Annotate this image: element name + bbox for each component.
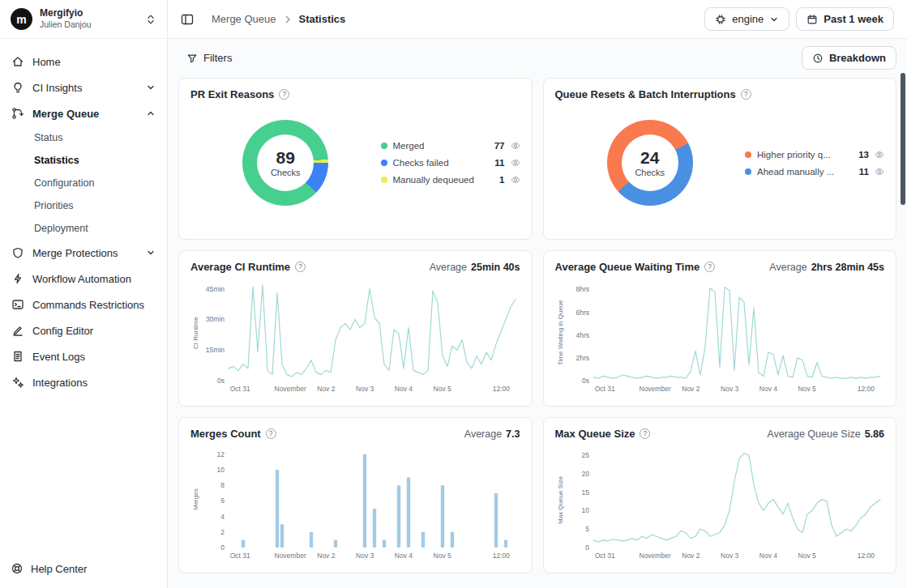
max-queue-size-chart[interactable]: 0510152025Oct 31NovemberNov 2Nov 3Nov 4N… xyxy=(566,443,885,560)
visibility-icon[interactable] xyxy=(511,175,520,185)
sidebar-item-status[interactable]: Status xyxy=(0,126,167,149)
sidebar-item-priorities[interactable]: Priorities xyxy=(0,194,167,217)
help-icon[interactable]: ? xyxy=(279,89,289,100)
svg-text:Nov 5: Nov 5 xyxy=(798,385,815,393)
scrollbar-thumb[interactable] xyxy=(901,73,905,205)
svg-text:Nov 5: Nov 5 xyxy=(434,385,451,393)
sidebar-item-merge-queue[interactable]: Merge Queue xyxy=(0,100,167,126)
help-center-link[interactable]: Help Center xyxy=(11,562,87,575)
legend-item-higher-priority[interactable]: Higher priority q... 13 xyxy=(745,150,884,160)
svg-text:Oct 31: Oct 31 xyxy=(230,385,250,393)
visibility-icon[interactable] xyxy=(875,150,884,160)
legend-value: 77 xyxy=(494,141,505,151)
svg-text:0s: 0s xyxy=(217,377,225,385)
chevron-down-icon xyxy=(769,15,779,24)
donut-unit: Checks xyxy=(635,168,665,177)
visibility-icon[interactable] xyxy=(875,167,884,177)
card-title: Average CI Runtime xyxy=(190,261,290,273)
donut-total: 89 xyxy=(276,148,295,167)
sidebar-item-label: Status xyxy=(34,132,62,143)
queue-resets-donut-chart[interactable]: 24 Checks xyxy=(607,120,693,206)
sidebar-item-commands-restrictions[interactable]: Commands Restrictions xyxy=(0,292,167,317)
legend-item-checks-failed[interactable]: Checks failed 11 xyxy=(381,158,520,168)
help-icon[interactable]: ? xyxy=(640,428,650,439)
sidebar-item-workflow-automation[interactable]: Workflow Automation xyxy=(0,266,167,292)
svg-text:12:00: 12:00 xyxy=(857,552,875,560)
legend-value: 11 xyxy=(494,158,504,168)
donut-unit: Checks xyxy=(271,168,301,177)
engine-select-label: engine xyxy=(732,13,764,25)
svg-text:0: 0 xyxy=(585,543,589,552)
breadcrumb-merge-queue[interactable]: Merge Queue xyxy=(212,13,276,25)
y-axis-title: Merges xyxy=(190,443,201,556)
engine-icon xyxy=(715,14,726,25)
legend-item-merged[interactable]: Merged 77 xyxy=(381,141,520,151)
legend-color-dot xyxy=(381,143,387,149)
svg-text:Nov 2: Nov 2 xyxy=(682,385,700,393)
breakdown-button[interactable]: Breakdown xyxy=(802,46,896,70)
lightning-icon xyxy=(11,272,24,285)
legend-label: Checks failed xyxy=(393,158,490,168)
sidebar-item-config-editor[interactable]: Config Editor xyxy=(0,317,167,343)
engine-select[interactable]: engine xyxy=(704,7,789,31)
sidebar-toggle-button[interactable] xyxy=(181,13,194,26)
merges-count-chart[interactable]: 024681012Oct 31NovemberNov 2Nov 3Nov 4No… xyxy=(201,443,520,560)
sidebar-item-ci-insights[interactable]: CI Insights xyxy=(0,75,167,100)
chevron-down-icon xyxy=(146,248,156,258)
main-area: Merge Queue Statistics engine Past 1 wee… xyxy=(168,0,907,588)
visibility-icon[interactable] xyxy=(511,158,520,168)
legend-label: Higher priority q... xyxy=(757,150,853,160)
card-pr-exit-reasons: PR Exit Reasons ? 89 Checks Merged xyxy=(178,78,533,240)
pencil-icon xyxy=(11,324,24,337)
svg-text:Nov 4: Nov 4 xyxy=(759,552,777,560)
org-switcher[interactable]: m Mergifyio Julien Danjou xyxy=(0,0,167,39)
help-icon[interactable]: ? xyxy=(741,89,751,100)
svg-text:Nov 3: Nov 3 xyxy=(721,385,738,393)
help-icon[interactable]: ? xyxy=(704,262,715,272)
card-title: Average Queue Waiting Time xyxy=(555,261,700,273)
legend-value: 1 xyxy=(499,175,504,185)
queue-waiting-time-chart[interactable]: 0s2hrs4hrs6hrs8hrsOct 31NovemberNov 2Nov… xyxy=(566,276,885,394)
help-icon[interactable]: ? xyxy=(266,428,276,439)
sidebar-item-label: Home xyxy=(32,56,61,68)
sidebar-item-label: Configuration xyxy=(34,177,94,189)
svg-text:45min: 45min xyxy=(206,285,225,293)
svg-text:Nov 5: Nov 5 xyxy=(798,552,815,560)
filters-button[interactable]: Filters xyxy=(178,47,240,69)
legend-color-dot xyxy=(381,160,387,166)
svg-text:Nov 3: Nov 3 xyxy=(721,552,738,560)
svg-text:12:00: 12:00 xyxy=(493,385,511,393)
ci-runtime-chart[interactable]: 0s15min30min45minOct 31NovemberNov 2Nov … xyxy=(201,276,520,394)
visibility-icon[interactable] xyxy=(511,141,520,151)
sidebar-item-statistics[interactable]: Statistics xyxy=(0,149,167,172)
org-switch-icon[interactable] xyxy=(145,14,156,25)
merge-queue-icon xyxy=(11,107,24,120)
clock-icon xyxy=(812,53,824,64)
sidebar-item-merge-protections[interactable]: Merge Protections xyxy=(0,240,167,266)
sidebar-item-deployment[interactable]: Deployment xyxy=(0,217,167,240)
legend-color-dot xyxy=(745,168,751,175)
svg-text:Nov 3: Nov 3 xyxy=(356,552,374,560)
sidebar-item-configuration[interactable]: Configuration xyxy=(0,172,167,194)
y-axis-title: Max Queue Size xyxy=(555,443,566,556)
svg-text:Oct 31: Oct 31 xyxy=(230,552,250,560)
sidebar-item-home[interactable]: Home xyxy=(0,49,167,75)
sidebar-item-event-logs[interactable]: Event Logs xyxy=(0,343,167,369)
sidebar-item-label: Statistics xyxy=(34,155,79,166)
svg-text:Nov 5: Nov 5 xyxy=(434,552,451,560)
sidebar-nav: Home CI Insights Merge Queue Status Stat… xyxy=(0,39,167,395)
svg-text:6: 6 xyxy=(220,496,225,505)
pr-exit-donut-chart[interactable]: 89 Checks xyxy=(242,120,328,206)
legend-item-manually-dequeued[interactable]: Manually dequeued 1 xyxy=(381,175,520,185)
sidebar-item-label: Workflow Automation xyxy=(32,273,131,285)
sidebar-item-label: Commands Restrictions xyxy=(32,299,144,311)
svg-text:10: 10 xyxy=(581,506,589,514)
help-icon[interactable]: ? xyxy=(295,262,306,272)
terminal-icon xyxy=(11,298,24,311)
home-icon xyxy=(11,55,24,68)
legend-item-ahead-manually[interactable]: Ahead manually ... 11 xyxy=(745,167,884,177)
sidebar-item-integrations[interactable]: Integrations xyxy=(0,369,167,395)
y-axis-title: CI Runtime xyxy=(190,276,201,390)
svg-text:Nov 3: Nov 3 xyxy=(356,385,374,393)
time-range-button[interactable]: Past 1 week xyxy=(796,7,894,31)
